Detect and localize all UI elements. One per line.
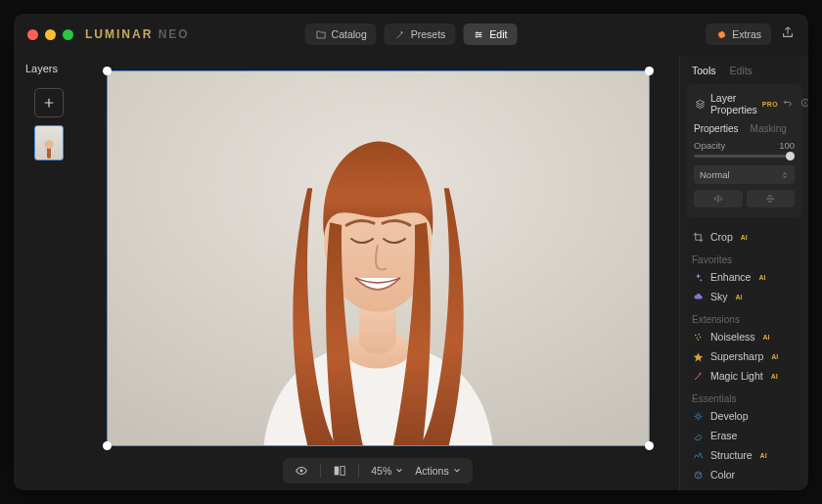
tool-structure-label: Structure bbox=[710, 449, 753, 461]
window-controls bbox=[27, 29, 73, 40]
actions-label: Actions bbox=[415, 465, 448, 477]
ai-badge: AI bbox=[760, 452, 767, 459]
chevron-down-icon bbox=[395, 467, 403, 475]
tool-erase[interactable]: Erase bbox=[680, 426, 808, 445]
extras-label: Extras bbox=[732, 28, 761, 40]
ai-badge: AI bbox=[763, 334, 770, 341]
tool-magiclight-label: Magic Light bbox=[710, 370, 763, 382]
svg-point-12 bbox=[698, 334, 699, 335]
top-nav: Catalog Presets Edit bbox=[305, 23, 518, 45]
svg-point-19 bbox=[699, 473, 700, 474]
tool-bw[interactable]: Black & White bbox=[680, 484, 808, 490]
subtab-masking[interactable]: Masking bbox=[751, 123, 787, 134]
visibility-toggle[interactable] bbox=[295, 464, 308, 478]
presets-button[interactable]: Presets bbox=[385, 23, 456, 45]
tool-color[interactable]: Color bbox=[680, 465, 808, 484]
tool-supersharp-label: Supersharp bbox=[710, 350, 763, 362]
eraser-icon bbox=[692, 430, 704, 441]
tool-noiseless-label: Noiseless bbox=[710, 331, 755, 343]
layer-properties-panel: Layer Properties PRO Properties Masking … bbox=[686, 84, 802, 217]
actions-dropdown[interactable]: Actions bbox=[415, 465, 460, 477]
zoom-dropdown[interactable]: 45% bbox=[371, 465, 403, 477]
svg-point-0 bbox=[477, 31, 479, 33]
share-icon[interactable] bbox=[781, 25, 795, 43]
subtab-properties[interactable]: Properties bbox=[694, 123, 739, 134]
app-name-a: LUMINAR bbox=[85, 27, 153, 41]
maximize-window-button[interactable] bbox=[63, 29, 73, 40]
svg-point-2 bbox=[476, 35, 478, 37]
separator bbox=[358, 464, 359, 478]
tool-crop[interactable]: Crop AI bbox=[680, 227, 808, 247]
noise-icon bbox=[692, 331, 704, 343]
unfold-icon bbox=[781, 171, 789, 179]
edit-button[interactable]: Edit bbox=[463, 23, 517, 45]
tool-enhance[interactable]: Enhance AI bbox=[680, 267, 808, 287]
svg-rect-8 bbox=[335, 467, 339, 476]
eye-icon bbox=[295, 464, 308, 478]
tool-sky[interactable]: Sky AI bbox=[680, 287, 808, 306]
pro-badge: PRO bbox=[762, 101, 778, 108]
minimize-window-button[interactable] bbox=[45, 29, 56, 40]
flip-v-icon bbox=[764, 194, 776, 204]
flip-horizontal-button[interactable] bbox=[694, 190, 743, 207]
svg-point-17 bbox=[695, 472, 702, 479]
tool-bw-label: Black & White bbox=[710, 488, 774, 490]
tool-enhance-label: Enhance bbox=[710, 271, 751, 283]
app-name-b: NEO bbox=[153, 27, 189, 41]
presets-label: Presets bbox=[411, 28, 446, 40]
section-favorites: Favorites bbox=[680, 247, 808, 267]
section-essentials: Essentials bbox=[680, 386, 808, 406]
svg-rect-9 bbox=[341, 467, 344, 476]
add-layer-button[interactable] bbox=[34, 88, 64, 117]
selection-handle-bl[interactable] bbox=[103, 441, 112, 450]
layers-icon bbox=[694, 98, 706, 110]
sliders-icon bbox=[473, 28, 484, 40]
section-extensions: Extensions bbox=[680, 306, 808, 327]
catalog-label: Catalog bbox=[332, 28, 367, 40]
layer-properties-subtabs: Properties Masking bbox=[694, 123, 795, 134]
titlebar-right: Extras bbox=[706, 23, 795, 45]
blend-mode-select[interactable]: Normal bbox=[694, 165, 795, 184]
folder-icon bbox=[315, 28, 327, 40]
svg-point-7 bbox=[300, 470, 303, 473]
structure-icon bbox=[692, 449, 704, 461]
svg-point-1 bbox=[480, 33, 481, 35]
tab-tools[interactable]: Tools bbox=[692, 65, 716, 76]
close-window-button[interactable] bbox=[27, 29, 38, 40]
selection-handle-br[interactable] bbox=[645, 441, 654, 450]
tool-magiclight[interactable]: Magic Light AI bbox=[680, 366, 808, 386]
svg-point-13 bbox=[696, 337, 697, 338]
tool-structure[interactable]: Structure AI bbox=[680, 445, 808, 465]
tool-supersharp[interactable]: Supersharp AI bbox=[680, 346, 808, 366]
tab-edits[interactable]: Edits bbox=[730, 65, 753, 76]
tool-develop[interactable]: Develop bbox=[680, 406, 808, 426]
magic-icon bbox=[692, 370, 704, 382]
app-window: LUMINAR NEO Catalog Presets Edit bbox=[14, 14, 808, 490]
selection-handle-tr[interactable] bbox=[645, 67, 654, 75]
svg-point-20 bbox=[697, 476, 698, 477]
catalog-button[interactable]: Catalog bbox=[305, 23, 377, 45]
titlebar: LUMINAR NEO Catalog Presets Edit bbox=[14, 14, 808, 55]
svg-point-16 bbox=[696, 414, 699, 417]
flip-vertical-button[interactable] bbox=[747, 190, 796, 207]
sparkle-icon bbox=[692, 271, 704, 283]
extras-button[interactable]: Extras bbox=[706, 23, 771, 45]
undo-icon[interactable] bbox=[783, 98, 793, 110]
opacity-value: 100 bbox=[779, 140, 795, 151]
selection-handle-tl[interactable] bbox=[103, 67, 112, 75]
ai-badge: AI bbox=[741, 234, 748, 241]
layer-properties-header[interactable]: Layer Properties PRO bbox=[694, 92, 795, 115]
image-content bbox=[108, 71, 649, 445]
ai-badge: AI bbox=[771, 353, 778, 360]
crop-icon bbox=[692, 231, 704, 243]
ai-badge: AI bbox=[736, 294, 743, 300]
tool-sky-label: Sky bbox=[710, 291, 728, 302]
info-icon[interactable] bbox=[800, 98, 808, 110]
edit-label: Edit bbox=[489, 28, 507, 40]
svg-point-18 bbox=[696, 473, 697, 474]
tool-noiseless[interactable]: Noiseless AI bbox=[680, 327, 808, 346]
layer-thumbnail[interactable] bbox=[34, 125, 64, 160]
canvas[interactable] bbox=[107, 70, 650, 446]
opacity-slider[interactable] bbox=[694, 155, 795, 158]
compare-toggle[interactable] bbox=[333, 464, 346, 478]
